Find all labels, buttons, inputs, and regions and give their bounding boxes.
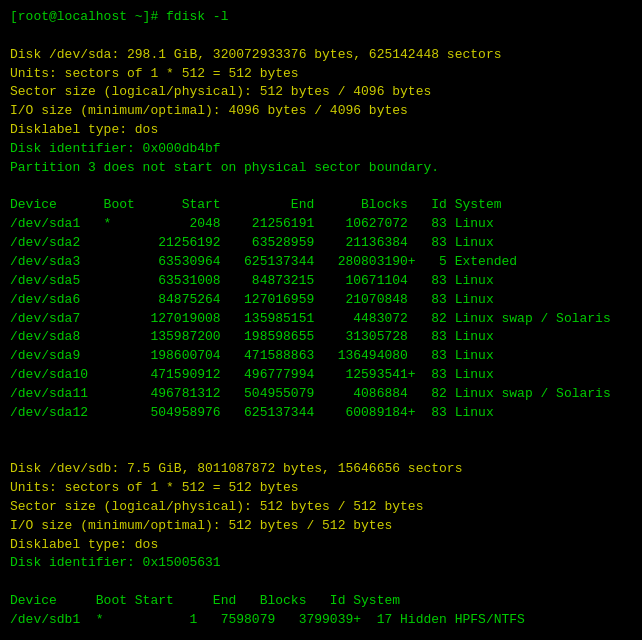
sda-part-2: /dev/sda2 21256192 63528959 21136384 83 … (10, 234, 632, 253)
blank-line-5 (10, 573, 632, 592)
blank-line-2 (10, 178, 632, 197)
sda-warning: Partition 3 does not start on physical s… (10, 159, 632, 178)
sda-part-4: /dev/sda5 63531008 84873215 10671104 83 … (10, 272, 632, 291)
sda-part-1: /dev/sda1 * 2048 21256191 10627072 83 Li… (10, 215, 632, 234)
sda-part-11: /dev/sda12 504958976 625137344 60089184+… (10, 404, 632, 423)
sda-header: Device Boot Start End Blocks Id System (10, 196, 632, 215)
blank-line-6 (10, 630, 632, 640)
sda-part-9: /dev/sda10 471590912 496777994 12593541+… (10, 366, 632, 385)
sda-io-size: I/O size (minimum/optimal): 4096 bytes /… (10, 102, 632, 121)
sdb-disklabel: Disklabel type: dos (10, 536, 632, 555)
sdb-header: Device Boot Start End Blocks Id System (10, 592, 632, 611)
sda-disklabel: Disklabel type: dos (10, 121, 632, 140)
sda-disk-id: Disk identifier: 0x000db4bf (10, 140, 632, 159)
sdb-io-size: I/O size (minimum/optimal): 512 bytes / … (10, 517, 632, 536)
prompt-line-1: [root@localhost ~]# fdisk -l (10, 8, 632, 27)
sdb-sector-size: Sector size (logical/physical): 512 byte… (10, 498, 632, 517)
sda-part-8: /dev/sda9 198600704 471588863 136494080 … (10, 347, 632, 366)
sda-sector-size: Sector size (logical/physical): 512 byte… (10, 83, 632, 102)
sda-part-10: /dev/sda11 496781312 504955079 4086884 8… (10, 385, 632, 404)
blank-line-4 (10, 441, 632, 460)
sda-part-6: /dev/sda7 127019008 135985151 4483072 82… (10, 310, 632, 329)
blank-line-1 (10, 27, 632, 46)
sdb-part-1: /dev/sdb1 * 1 7598079 3799039+ 17 Hidden… (10, 611, 632, 630)
terminal-window: [root@localhost ~]# fdisk -l Disk /dev/s… (0, 0, 642, 640)
sda-units: Units: sectors of 1 * 512 = 512 bytes (10, 65, 632, 84)
sda-part-7: /dev/sda8 135987200 198598655 31305728 8… (10, 328, 632, 347)
sdb-units: Units: sectors of 1 * 512 = 512 bytes (10, 479, 632, 498)
sda-part-3: /dev/sda3 63530964 625137344 280803190+ … (10, 253, 632, 272)
sda-part-5: /dev/sda6 84875264 127016959 21070848 83… (10, 291, 632, 310)
sdb-disk-info: Disk /dev/sdb: 7.5 GiB, 8011087872 bytes… (10, 460, 632, 479)
sda-disk-info: Disk /dev/sda: 298.1 GiB, 320072933376 b… (10, 46, 632, 65)
sdb-disk-id: Disk identifier: 0x15005631 (10, 554, 632, 573)
blank-line-3 (10, 423, 632, 442)
